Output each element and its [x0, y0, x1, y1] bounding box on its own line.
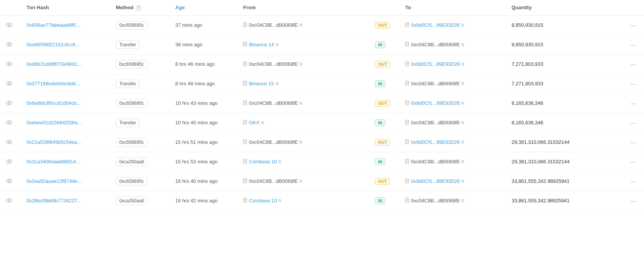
- from-address-text: 0xc04C8B...dB0068fE: [249, 22, 298, 28]
- txn-hash-link[interactable]: 0x31a34064aeb88014...: [26, 159, 80, 164]
- from-copy-icon[interactable]: ⧉: [299, 179, 302, 184]
- eye-icon[interactable]: [6, 178, 12, 184]
- from-copy-icon[interactable]: ⧉: [278, 198, 281, 203]
- txn-hash-link[interactable]: 0xd9b31d88f070e9691...: [26, 61, 81, 67]
- age-cell: 37 mins ago: [169, 15, 237, 35]
- from-copy-icon[interactable]: ⧉: [276, 42, 279, 47]
- transactions-table: Txn Hash Method ? Age From To Quantity 0…: [0, 0, 644, 211]
- eye-icon[interactable]: [6, 100, 12, 106]
- table-row: 0x28bcf9b69b7734227...0xca350aa616 hrs 4…: [0, 191, 644, 210]
- doc-icon: [405, 178, 409, 184]
- eye-icon[interactable]: [6, 61, 12, 67]
- from-label-link[interactable]: OKX: [249, 120, 259, 125]
- direction-cell: OUT: [369, 54, 399, 74]
- method-badge: Transfer: [116, 80, 140, 88]
- direction-badge: OUT: [375, 100, 390, 107]
- svg-point-51: [8, 122, 10, 124]
- dash-icon: —: [631, 61, 636, 67]
- to-copy-icon[interactable]: ⧉: [461, 81, 464, 86]
- to-address-link[interactable]: 0x6d0Cf1...89E93D26: [411, 22, 460, 28]
- method-help-icon[interactable]: ?: [136, 5, 141, 11]
- to-copy-icon[interactable]: ⧉: [461, 23, 464, 28]
- method-cell: 0xc658695c: [110, 15, 169, 35]
- header-action: [625, 0, 644, 15]
- to-address-link[interactable]: 0x6d0Cf1...89E93D26: [411, 139, 460, 145]
- from-copy-icon[interactable]: ⧉: [299, 62, 302, 67]
- method-badge: 0xc658695c: [116, 177, 148, 186]
- to-copy-icon[interactable]: ⧉: [461, 140, 464, 145]
- txn-hash-link[interactable]: 0xebee01d25884259fa...: [26, 120, 81, 125]
- eye-icon[interactable]: [6, 119, 12, 126]
- to-copy-icon[interactable]: ⧉: [461, 120, 464, 125]
- direction-badge: OUT: [375, 22, 390, 29]
- to-address-link[interactable]: 0x6d0Cf1...89E93D26: [411, 100, 460, 106]
- txn-hash-cell: 0x31a34064aeb88014...: [20, 152, 110, 171]
- age-text: 10 hrs 45 mins ago: [175, 120, 218, 125]
- eye-icon[interactable]: [6, 197, 12, 204]
- txn-hash-link[interactable]: 0x21a539f845b5c54ea...: [26, 139, 81, 145]
- txn-hash-link[interactable]: 0x2ea92aaae12f674de...: [26, 178, 81, 184]
- to-cell: 0xc04C8B...dB0068fE⧉: [399, 113, 505, 132]
- table-header-row: Txn Hash Method ? Age From To Quantity: [0, 0, 644, 15]
- svg-point-61: [8, 141, 10, 143]
- age-cell: 10 hrs 43 mins ago: [169, 93, 237, 113]
- table-row: 0x806ae77fabeaad8f5...0xc658695c37 mins …: [0, 15, 644, 35]
- method-cell: Transfer: [110, 74, 169, 93]
- to-address-link[interactable]: 0x6d0Cf1...89E93D26: [411, 178, 460, 184]
- eye-icon[interactable]: [6, 80, 12, 87]
- from-cell: Coinbase 10⧉: [237, 152, 369, 171]
- to-address-link[interactable]: 0x6d0Cf1...89E93D26: [411, 61, 460, 67]
- header-quantity: Quantity: [505, 0, 624, 15]
- svg-point-1: [8, 24, 10, 26]
- txn-hash-link[interactable]: 0x28bcf9b69b7734227...: [26, 198, 81, 204]
- method-cell: 0xca350aa6: [110, 191, 169, 210]
- from-label-link[interactable]: Binance 14: [249, 42, 274, 47]
- to-copy-icon[interactable]: ⧉: [461, 42, 464, 47]
- from-copy-icon[interactable]: ⧉: [261, 120, 264, 125]
- from-copy-icon[interactable]: ⧉: [299, 140, 302, 145]
- header-txn-hash: Txn Hash: [20, 0, 110, 15]
- from-cell: 0xc04C8B...dB0068fE⧉: [237, 171, 369, 191]
- txn-hash-cell: 0x6e8bb3f0cc61d54cb...: [20, 93, 110, 113]
- doc-icon: [405, 42, 409, 48]
- to-copy-icon[interactable]: ⧉: [461, 198, 464, 203]
- dash-icon: —: [631, 120, 636, 126]
- direction-badge: OUT: [375, 61, 390, 68]
- txn-hash-link[interactable]: 0xd46596f22161cfcc8...: [26, 42, 79, 47]
- doc-icon: [243, 22, 247, 28]
- doc-icon: [243, 139, 247, 145]
- quantity-cell: 33,861,555,342.98925941: [505, 191, 624, 210]
- txn-hash-link[interactable]: 0x806ae77fabeaad8f5...: [26, 22, 80, 28]
- eye-icon[interactable]: [6, 22, 12, 28]
- age-text: 10 hrs 43 mins ago: [175, 100, 218, 106]
- quantity-cell: 29,381,310,066.31532144: [505, 132, 624, 152]
- doc-icon: [243, 100, 247, 106]
- to-copy-icon[interactable]: ⧉: [461, 179, 464, 184]
- to-copy-icon[interactable]: ⧉: [461, 101, 464, 106]
- transactions-table-container: Txn Hash Method ? Age From To Quantity 0…: [0, 0, 644, 211]
- svg-point-70: [6, 160, 12, 163]
- direction-cell: OUT: [369, 171, 399, 191]
- txn-hash-link[interactable]: 0x0771fbfe4e0ebc8d4...: [26, 81, 80, 86]
- txn-hash-link[interactable]: 0x6e8bb3f0cc61d54cb...: [26, 100, 81, 106]
- to-copy-icon[interactable]: ⧉: [461, 62, 464, 67]
- from-copy-icon[interactable]: ⧉: [299, 23, 302, 28]
- action-cell: —: [625, 93, 644, 113]
- eye-icon[interactable]: [6, 158, 12, 165]
- from-copy-icon[interactable]: ⧉: [276, 81, 279, 86]
- eye-icon[interactable]: [6, 41, 12, 48]
- direction-cell: IN: [369, 113, 399, 132]
- from-copy-icon[interactable]: ⧉: [278, 159, 281, 164]
- header-to: To: [399, 0, 505, 15]
- method-badge: 0xc658695c: [116, 21, 148, 29]
- from-label-link[interactable]: Coinbase 10: [249, 198, 277, 204]
- from-copy-icon[interactable]: ⧉: [299, 101, 302, 106]
- eye-icon[interactable]: [6, 139, 12, 145]
- svg-point-10: [6, 42, 12, 46]
- action-cell: —: [625, 15, 644, 35]
- to-cell: 0xc04C8B...dB0068fE⧉: [399, 74, 505, 93]
- to-copy-icon[interactable]: ⧉: [461, 159, 464, 164]
- from-label-link[interactable]: Binance 15: [249, 81, 274, 86]
- doc-icon: [243, 61, 247, 67]
- from-label-link[interactable]: Coinbase 10: [249, 159, 277, 164]
